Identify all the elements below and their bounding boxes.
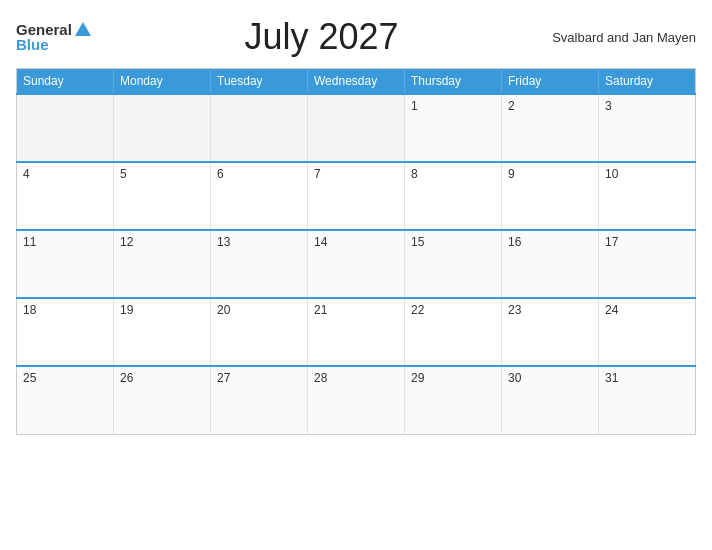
day-number: 29	[411, 371, 424, 385]
calendar-day-cell: 20	[211, 298, 308, 366]
logo-general-text: General	[16, 22, 72, 37]
day-number: 2	[508, 99, 515, 113]
logo: General Blue	[16, 22, 91, 52]
day-number: 16	[508, 235, 521, 249]
calendar-header-row: SundayMondayTuesdayWednesdayThursdayFrid…	[17, 69, 696, 95]
day-number: 20	[217, 303, 230, 317]
day-number: 25	[23, 371, 36, 385]
day-number: 22	[411, 303, 424, 317]
calendar-day-cell: 31	[599, 366, 696, 434]
calendar-day-cell: 21	[308, 298, 405, 366]
col-header-wednesday: Wednesday	[308, 69, 405, 95]
day-number: 12	[120, 235, 133, 249]
calendar-day-cell: 24	[599, 298, 696, 366]
day-number: 23	[508, 303, 521, 317]
day-number: 14	[314, 235, 327, 249]
calendar-day-cell: 6	[211, 162, 308, 230]
calendar-day-cell: 22	[405, 298, 502, 366]
day-number: 31	[605, 371, 618, 385]
day-number: 5	[120, 167, 127, 181]
day-number: 8	[411, 167, 418, 181]
calendar-header: General Blue July 2027 Svalbard and Jan …	[16, 16, 696, 58]
logo-blue-text: Blue	[16, 37, 49, 52]
calendar-week-row: 45678910	[17, 162, 696, 230]
day-number: 26	[120, 371, 133, 385]
calendar-week-row: 11121314151617	[17, 230, 696, 298]
calendar-week-row: 25262728293031	[17, 366, 696, 434]
day-number: 7	[314, 167, 321, 181]
calendar-day-cell: 11	[17, 230, 114, 298]
calendar-day-cell: 8	[405, 162, 502, 230]
day-number: 27	[217, 371, 230, 385]
col-header-saturday: Saturday	[599, 69, 696, 95]
calendar-day-cell: 17	[599, 230, 696, 298]
day-number: 17	[605, 235, 618, 249]
calendar-day-cell: 9	[502, 162, 599, 230]
col-header-monday: Monday	[114, 69, 211, 95]
day-number: 10	[605, 167, 618, 181]
calendar-day-cell: 14	[308, 230, 405, 298]
calendar-week-row: 123	[17, 94, 696, 162]
calendar-day-cell: 19	[114, 298, 211, 366]
calendar-day-cell: 3	[599, 94, 696, 162]
calendar-day-cell: 12	[114, 230, 211, 298]
day-number: 15	[411, 235, 424, 249]
calendar-day-cell: 13	[211, 230, 308, 298]
day-number: 3	[605, 99, 612, 113]
day-number: 30	[508, 371, 521, 385]
calendar-day-cell: 1	[405, 94, 502, 162]
calendar-day-cell: 28	[308, 366, 405, 434]
calendar-day-cell	[114, 94, 211, 162]
calendar-day-cell: 16	[502, 230, 599, 298]
calendar-day-cell: 10	[599, 162, 696, 230]
calendar-day-cell	[211, 94, 308, 162]
day-number: 18	[23, 303, 36, 317]
region-label: Svalbard and Jan Mayen	[552, 30, 696, 45]
day-number: 4	[23, 167, 30, 181]
col-header-friday: Friday	[502, 69, 599, 95]
day-number: 19	[120, 303, 133, 317]
calendar-day-cell: 15	[405, 230, 502, 298]
calendar-day-cell: 7	[308, 162, 405, 230]
calendar-day-cell	[308, 94, 405, 162]
day-number: 13	[217, 235, 230, 249]
calendar-title: July 2027	[244, 16, 398, 58]
calendar-day-cell: 4	[17, 162, 114, 230]
col-header-thursday: Thursday	[405, 69, 502, 95]
logo-triangle-icon	[75, 22, 91, 36]
day-number: 21	[314, 303, 327, 317]
calendar-day-cell: 26	[114, 366, 211, 434]
calendar-day-cell: 5	[114, 162, 211, 230]
day-number: 24	[605, 303, 618, 317]
day-number: 9	[508, 167, 515, 181]
calendar-week-row: 18192021222324	[17, 298, 696, 366]
day-number: 6	[217, 167, 224, 181]
col-header-sunday: Sunday	[17, 69, 114, 95]
calendar-day-cell	[17, 94, 114, 162]
col-header-tuesday: Tuesday	[211, 69, 308, 95]
calendar-day-cell: 18	[17, 298, 114, 366]
calendar-day-cell: 2	[502, 94, 599, 162]
calendar-day-cell: 29	[405, 366, 502, 434]
calendar-table: SundayMondayTuesdayWednesdayThursdayFrid…	[16, 68, 696, 435]
day-number: 1	[411, 99, 418, 113]
calendar-day-cell: 30	[502, 366, 599, 434]
day-number: 11	[23, 235, 36, 249]
calendar-day-cell: 27	[211, 366, 308, 434]
calendar-day-cell: 25	[17, 366, 114, 434]
day-number: 28	[314, 371, 327, 385]
calendar-day-cell: 23	[502, 298, 599, 366]
